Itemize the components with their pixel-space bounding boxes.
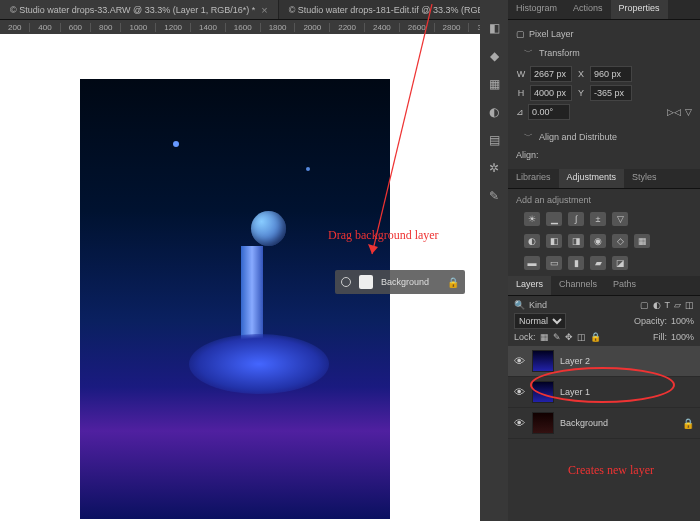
adjustments-body: Add an adjustment ☀▁∫±▽ ◐◧◨◉◇▦ ▬▭▮▰◪: [508, 189, 700, 276]
filter-pixel-icon[interactable]: ▢: [640, 300, 649, 310]
tab-adjustments[interactable]: Adjustments: [559, 169, 625, 188]
properties-panel-tabs: Histogram Actions Properties: [508, 0, 700, 20]
blend-mode-select[interactable]: Normal: [514, 313, 566, 329]
lock-icon: 🔒: [682, 418, 694, 429]
photo-filter-icon[interactable]: ◉: [590, 234, 606, 248]
layers-panel-tabs: Layers Channels Paths: [508, 276, 700, 296]
tab-styles[interactable]: Styles: [624, 169, 665, 188]
tab-label: © Studio water drops-181-Edit.tif @ 33.3…: [289, 5, 500, 15]
tab-paths[interactable]: Paths: [605, 276, 644, 295]
lock-all-icon[interactable]: 🔒: [590, 332, 601, 342]
filter-type-icon[interactable]: T: [665, 300, 671, 310]
layers-body: 🔍 Kind ▢ ◐ T ▱ ◫ Normal Opacity: 100% Lo…: [508, 296, 700, 521]
chevron-down-icon[interactable]: ﹀: [524, 46, 533, 59]
collapsed-panel-toolbar: ◧ ◆ ▦ ◐ ▤ ✲ ✎: [480, 0, 508, 521]
h-label: H: [516, 88, 526, 98]
hue-icon[interactable]: ◐: [524, 234, 540, 248]
eye-icon[interactable]: 👁: [514, 386, 526, 398]
layer-list: 👁 Layer 2 👁 Layer 1 👁 Background 🔒: [508, 346, 700, 521]
lock-position-icon[interactable]: ✥: [565, 332, 573, 342]
color-lookup-icon[interactable]: ▦: [634, 234, 650, 248]
color-icon[interactable]: ◆: [486, 48, 502, 64]
opacity-label: Opacity:: [634, 316, 667, 326]
levels-icon[interactable]: ▁: [546, 212, 562, 226]
filter-shape-icon[interactable]: ▱: [674, 300, 681, 310]
brightness-icon[interactable]: ☀: [524, 212, 540, 226]
brush-settings-icon[interactable]: ✲: [486, 160, 502, 176]
opacity-value[interactable]: 100%: [671, 316, 694, 326]
layer-type: Pixel Layer: [529, 29, 574, 39]
layer-thumbnail[interactable]: [532, 350, 554, 372]
gradient-map-icon[interactable]: ▰: [590, 256, 606, 270]
document-image: [80, 79, 390, 519]
threshold-icon[interactable]: ▮: [568, 256, 584, 270]
tab-channels[interactable]: Channels: [551, 276, 605, 295]
y-input[interactable]: [590, 85, 632, 101]
height-input[interactable]: [530, 85, 572, 101]
eye-icon[interactable]: 👁: [514, 355, 526, 367]
x-label: X: [576, 69, 586, 79]
layer-item[interactable]: 👁 Background 🔒: [508, 408, 700, 439]
x-input[interactable]: [590, 66, 632, 82]
pixel-layer-icon: ▢: [516, 29, 525, 39]
adjustments-panel-tabs: Libraries Adjustments Styles: [508, 169, 700, 189]
angle-icon: ⊿: [516, 107, 524, 117]
eye-icon[interactable]: 👁: [514, 417, 526, 429]
panel-stack: Histogram Actions Properties ▢ Pixel Lay…: [508, 0, 700, 521]
layer-name[interactable]: Layer 2: [560, 356, 590, 366]
properties-body: ▢ Pixel Layer ﹀Transform W X H Y ⊿ ▷◁ ▽ …: [508, 20, 700, 169]
angle-input[interactable]: [528, 104, 570, 120]
curves-icon[interactable]: ∫: [568, 212, 584, 226]
fill-value[interactable]: 100%: [671, 332, 694, 342]
fill-label: Fill:: [653, 332, 667, 342]
kind-icon[interactable]: 🔍: [514, 300, 525, 310]
tab-actions[interactable]: Actions: [565, 0, 611, 19]
annotation-creates: Creates new layer: [568, 463, 654, 478]
gradients-icon[interactable]: ◐: [486, 104, 502, 120]
tab-layers[interactable]: Layers: [508, 276, 551, 295]
right-panel: ◧ ◆ ▦ ◐ ▤ ✲ ✎ Histogram Actions Properti…: [480, 0, 700, 521]
selective-color-icon[interactable]: ◪: [612, 256, 628, 270]
flip-h-icon[interactable]: ▷◁: [667, 107, 681, 117]
invert-icon[interactable]: ▬: [524, 256, 540, 270]
width-input[interactable]: [530, 66, 572, 82]
brushes-icon[interactable]: ✎: [486, 188, 502, 204]
layer-item[interactable]: 👁 Layer 1: [508, 377, 700, 408]
balance-icon[interactable]: ◧: [546, 234, 562, 248]
layer-name[interactable]: Background: [560, 418, 608, 428]
kind-label: Kind: [529, 300, 547, 310]
lock-transparent-icon[interactable]: ▦: [540, 332, 549, 342]
vibrance-icon[interactable]: ▽: [612, 212, 628, 226]
tab-properties[interactable]: Properties: [611, 0, 668, 19]
layer-thumbnail[interactable]: [532, 412, 554, 434]
layer-name[interactable]: Layer 1: [560, 387, 590, 397]
exposure-icon[interactable]: ±: [590, 212, 606, 226]
filter-adjustment-icon[interactable]: ◐: [653, 300, 661, 310]
annotation-drag: Drag background layer: [328, 228, 439, 243]
lock-artboard-icon[interactable]: ◫: [577, 332, 586, 342]
chevron-down-icon[interactable]: ﹀: [524, 130, 533, 143]
channel-mixer-icon[interactable]: ◇: [612, 234, 628, 248]
flip-v-icon[interactable]: ▽: [685, 107, 692, 117]
lock-label: Lock:: [514, 332, 536, 342]
filter-smart-icon[interactable]: ◫: [685, 300, 694, 310]
dragging-layer-ghost: Background 🔒: [335, 270, 465, 294]
align-sub: Align:: [516, 150, 539, 160]
layer-thumbnail[interactable]: [532, 381, 554, 403]
tab-document-1[interactable]: © Studio water drops-33.ARW @ 33.3% (Lay…: [0, 0, 279, 19]
bw-icon[interactable]: ◨: [568, 234, 584, 248]
tab-histogram[interactable]: Histogram: [508, 0, 565, 19]
tab-libraries[interactable]: Libraries: [508, 169, 559, 188]
adjustments-hint: Add an adjustment: [516, 195, 692, 205]
patterns-icon[interactable]: ▤: [486, 132, 502, 148]
learn-icon[interactable]: ◧: [486, 20, 502, 36]
lock-pixels-icon[interactable]: ✎: [553, 332, 561, 342]
eye-icon: [341, 277, 351, 287]
align-heading: Align and Distribute: [539, 132, 617, 142]
close-icon[interactable]: ×: [261, 4, 267, 16]
swatches-icon[interactable]: ▦: [486, 76, 502, 92]
layer-item[interactable]: 👁 Layer 2: [508, 346, 700, 377]
posterize-icon[interactable]: ▭: [546, 256, 562, 270]
y-label: Y: [576, 88, 586, 98]
droplet-small: [173, 141, 179, 147]
